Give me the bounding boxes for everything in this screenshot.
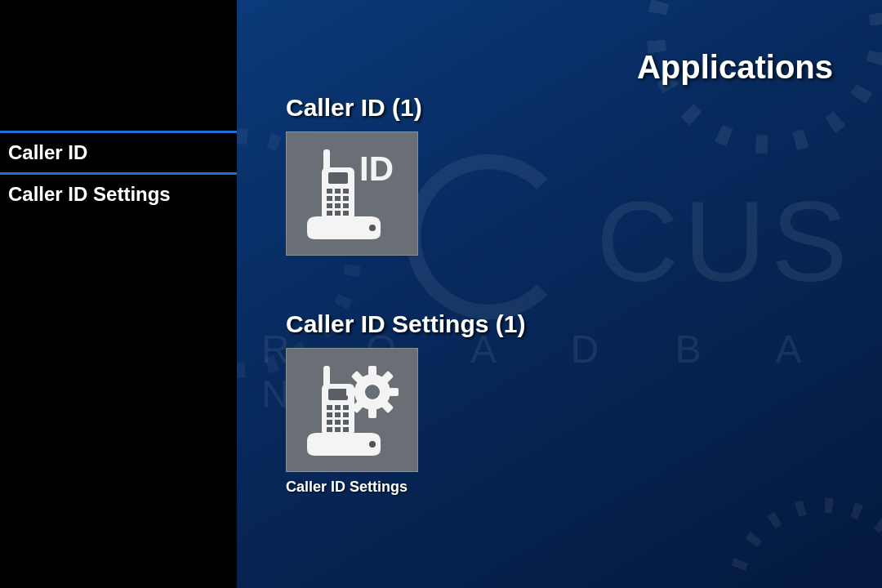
svg-rect-35: [368, 408, 376, 418]
svg-point-42: [365, 385, 380, 399]
svg-rect-22: [343, 405, 349, 410]
svg-rect-8: [343, 196, 349, 201]
app-root: Caller ID Caller ID Settings CUS R O A D…: [0, 0, 882, 588]
svg-rect-13: [335, 211, 341, 216]
svg-rect-10: [335, 203, 341, 208]
section-title: Caller ID Settings (1): [286, 310, 525, 338]
page-title: Applications: [637, 49, 833, 86]
svg-rect-14: [343, 211, 349, 216]
svg-rect-3: [327, 189, 332, 194]
svg-rect-19: [328, 389, 348, 400]
svg-rect-26: [327, 420, 332, 425]
main-panel: CUS R O A D B A N D Applications Caller …: [237, 0, 882, 588]
svg-point-17: [369, 441, 376, 448]
svg-text:ID: ID: [359, 149, 394, 188]
watermark-dial-bottom-right: [719, 490, 882, 588]
svg-rect-37: [346, 388, 356, 396]
svg-point-0: [369, 225, 376, 231]
svg-rect-5: [343, 189, 349, 194]
watermark-text-line1: CUS: [596, 176, 853, 308]
sidebar-item-label: Caller ID Settings: [8, 183, 171, 205]
svg-rect-34: [368, 366, 376, 376]
svg-rect-36: [389, 388, 399, 396]
svg-rect-9: [327, 203, 332, 208]
svg-rect-23: [327, 412, 332, 417]
svg-rect-30: [335, 427, 341, 432]
svg-rect-2: [328, 172, 348, 184]
caller-id-tile[interactable]: ID: [286, 131, 418, 256]
svg-rect-27: [335, 420, 341, 425]
section-title: Caller ID (1): [286, 94, 422, 122]
sidebar-item-caller-id-settings[interactable]: Caller ID Settings: [0, 175, 237, 214]
svg-rect-12: [327, 211, 332, 216]
svg-rect-32: [323, 366, 330, 387]
svg-rect-29: [327, 427, 332, 432]
svg-rect-7: [335, 196, 341, 201]
sidebar-item-label: Caller ID: [8, 141, 87, 163]
sidebar-spacer: [0, 0, 237, 131]
svg-rect-21: [335, 405, 341, 410]
sidebar-item-caller-id[interactable]: Caller ID: [0, 131, 237, 175]
svg-rect-6: [327, 196, 332, 201]
svg-rect-31: [343, 427, 349, 432]
svg-rect-4: [335, 189, 341, 194]
svg-rect-15: [323, 149, 330, 171]
svg-rect-11: [343, 203, 349, 208]
phone-gear-icon: [299, 361, 405, 459]
section-caller-id-settings: Caller ID Settings (1): [286, 310, 525, 496]
svg-rect-25: [343, 412, 349, 417]
sidebar: Caller ID Caller ID Settings: [0, 0, 237, 588]
caller-id-settings-tile[interactable]: [286, 348, 418, 472]
svg-rect-28: [343, 420, 349, 425]
svg-rect-24: [335, 412, 341, 417]
tile-caption: Caller ID Settings: [286, 479, 525, 496]
svg-rect-20: [327, 405, 332, 410]
section-caller-id: Caller ID (1): [286, 94, 422, 256]
phone-id-icon: ID: [299, 145, 405, 243]
